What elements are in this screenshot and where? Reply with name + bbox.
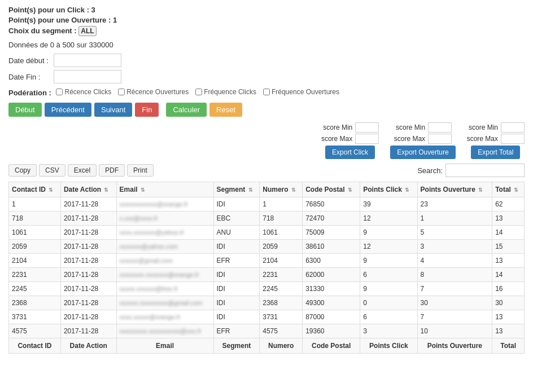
points-ouverture-value: 1 xyxy=(113,16,117,24)
btn-precedent[interactable]: Précédent xyxy=(45,103,91,117)
export-click-button[interactable]: Export Click xyxy=(325,146,375,159)
cell-date-action: 2017-11-28 xyxy=(60,240,116,254)
cell-email: xxxxx.xxxxxx@free.fr xyxy=(116,282,213,296)
tfoot-contact-id: Contact ID xyxy=(9,338,61,354)
cell-contact-id: 2104 xyxy=(9,254,61,268)
export-click-scores: score Min score Max xyxy=(321,122,379,144)
cell-code-postal: 76850 xyxy=(303,197,360,212)
cell-date-action: 2017-11-28 xyxy=(60,310,116,324)
date-fin-input[interactable] xyxy=(54,70,121,83)
th-email[interactable]: Email ⇅ xyxy=(116,182,213,197)
btn-csv[interactable]: CSV xyxy=(39,164,65,177)
th-points-click[interactable]: Points Click ⇅ xyxy=(360,182,417,197)
cell-points-ouverture: 7 xyxy=(417,282,492,296)
export-total-scores: score Min score Max xyxy=(467,122,525,144)
cell-email: xxxxxx.xxxxxxxxx@gmail.com xyxy=(116,296,213,310)
table-row: 2368 2017-11-28 xxxxxx.xxxxxxxxx@gmail.c… xyxy=(9,296,525,310)
cell-points-click: 9 xyxy=(360,282,417,296)
cell-total: 13 xyxy=(492,254,525,268)
th-date-action[interactable]: Date Action ⇅ xyxy=(60,182,116,197)
score-max-total-input[interactable] xyxy=(501,134,525,144)
btn-fin[interactable]: Fin xyxy=(135,103,159,117)
cell-email: x.xxx@xxxx.fr xyxy=(116,212,213,226)
cell-date-action: 2017-11-28 xyxy=(60,226,116,240)
tfoot-total: Total xyxy=(492,338,525,354)
cell-total: 62 xyxy=(492,197,525,212)
cell-points-ouverture: 3 xyxy=(417,240,492,254)
points-ouverture-label: Point(s) pour une Ouverture : xyxy=(8,16,113,24)
poderation-frequence-ouvertures[interactable]: Fréquence Ouvertures xyxy=(263,88,339,96)
tfoot-email: Email xyxy=(116,338,213,354)
date-fin-label: Date Fin : xyxy=(8,73,54,81)
search-input[interactable] xyxy=(445,164,525,177)
cell-numero: 1 xyxy=(260,197,303,212)
cell-numero: 4575 xyxy=(260,324,303,338)
th-numero[interactable]: Numero ⇅ xyxy=(260,182,303,197)
cell-contact-id: 4575 xyxy=(9,324,61,338)
score-min-ouverture-input[interactable] xyxy=(428,122,452,133)
cell-code-postal: 6300 xyxy=(303,254,360,268)
th-code-postal[interactable]: Code Postal ⇅ xyxy=(303,182,360,197)
th-total[interactable]: Total ⇅ xyxy=(492,182,525,197)
export-total-button[interactable]: Export Total xyxy=(471,146,520,159)
segment-select[interactable]: ALL xyxy=(78,26,96,36)
poderation-frequence-clicks[interactable]: Fréquence Clicks xyxy=(195,88,256,96)
search-row: Search: xyxy=(417,164,525,177)
cell-segment: EFR xyxy=(213,254,260,268)
export-total-block: score Min score Max Export Total xyxy=(467,122,525,159)
table-toolbar: Copy CSV Excel PDF Print Search: xyxy=(8,164,525,177)
export-ouverture-block: score Min score Max Export Ouverture xyxy=(390,122,455,159)
cell-email: xxxxxx@gmail.com xyxy=(116,254,213,268)
btn-suivant[interactable]: Suivant xyxy=(94,103,132,117)
tfoot-points-ouverture: Points Ouverture xyxy=(417,338,492,354)
cell-total: 13 xyxy=(492,310,525,324)
export-click-block: score Min score Max Export Click xyxy=(321,122,379,159)
btn-print[interactable]: Print xyxy=(127,164,154,177)
cell-numero: 3731 xyxy=(260,310,303,324)
btn-reset[interactable]: Reset xyxy=(209,103,242,117)
score-max-click-input[interactable] xyxy=(355,134,379,144)
table-row: 2059 2017-11-28 xxxxxxx@yahoo.com IDI 20… xyxy=(9,240,525,254)
score-min-click-input[interactable] xyxy=(355,122,379,133)
th-points-ouverture[interactable]: Points Ouverture ⇅ xyxy=(417,182,492,197)
cell-numero: 2104 xyxy=(260,254,303,268)
date-debut-input[interactable] xyxy=(54,54,121,67)
cell-segment: IDI xyxy=(213,310,260,324)
cell-numero: 718 xyxy=(260,212,303,226)
choix-segment-info: Choix du segment : ALL xyxy=(8,26,525,36)
score-min-total-input[interactable] xyxy=(501,122,525,133)
table-buttons: Copy CSV Excel PDF Print xyxy=(8,164,154,177)
btn-copy[interactable]: Copy xyxy=(8,164,37,177)
date-fin-row: Date Fin : xyxy=(8,70,525,83)
export-ouverture-button[interactable]: Export Ouverture xyxy=(390,146,455,159)
checkbox-frequence-clicks[interactable] xyxy=(195,89,202,95)
btn-excel[interactable]: Excel xyxy=(68,164,97,177)
checkbox-recence-clicks[interactable] xyxy=(56,89,63,95)
btn-debut[interactable]: Début xyxy=(8,103,42,117)
btn-calculer[interactable]: Calculer xyxy=(166,103,207,117)
th-contact-id[interactable]: Contact ID ⇅ xyxy=(9,182,61,197)
table-row: 4575 2017-11-28 xxxxxxxxx.xxxxxxxxxx@xxx… xyxy=(9,324,525,338)
cell-points-click: 9 xyxy=(360,226,417,240)
cell-points-ouverture: 1 xyxy=(417,212,492,226)
cell-points-ouverture: 10 xyxy=(417,324,492,338)
poderation-recence-ouvertures[interactable]: Récence Ouvertures xyxy=(118,88,189,96)
checkbox-frequence-ouvertures[interactable] xyxy=(263,89,270,95)
table-row: 1061 2017-11-28 xxxx.xxxxxxx@yahoo.fr AN… xyxy=(9,226,525,240)
cell-code-postal: 19360 xyxy=(303,324,360,338)
th-segment[interactable]: Segment ⇅ xyxy=(213,182,260,197)
cell-points-ouverture: 30 xyxy=(417,296,492,310)
poderation-options: Récence Clicks Récence Ouvertures Fréque… xyxy=(56,88,339,96)
cell-total: 16 xyxy=(492,282,525,296)
cell-contact-id: 2059 xyxy=(9,240,61,254)
btn-pdf[interactable]: PDF xyxy=(99,164,125,177)
poderation-recence-clicks[interactable]: Récence Clicks xyxy=(56,88,111,96)
cell-points-ouverture: 5 xyxy=(417,226,492,240)
score-max-ouverture-input[interactable] xyxy=(428,134,452,144)
checkbox-recence-ouvertures[interactable] xyxy=(118,89,125,95)
points-ouverture-info: Point(s) pour une Ouverture : 1 xyxy=(8,16,525,24)
poderation-section: Podération : Récence Clicks Récence Ouve… xyxy=(8,88,525,97)
cell-code-postal: 31330 xyxy=(303,282,360,296)
cell-contact-id: 3731 xyxy=(9,310,61,324)
cell-email: xxxxxxxxxxxx@orange.fr xyxy=(116,197,213,212)
